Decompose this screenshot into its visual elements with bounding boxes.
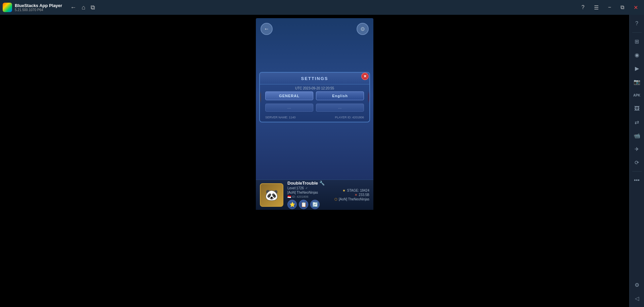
gear-icon: ⚙ [360,26,365,32]
profile-info: DoubleTrouble 🔧 Level:1726 ♂ [AoN] TheNe… [287,181,330,209]
right-sidebar: ? ⊞ ◉ ▶ 📷 APK 🖼 ⇄ 📹 ✈ ⟳ ••• ⚙ ◁ [629,15,644,307]
sidebar-play-button[interactable]: ▶ [631,62,643,74]
profile-avatar: 🐼 [260,183,283,207]
profile-resource: ✕ 233.5B [355,193,369,197]
profile-buttons: ⭐ 📋 🔄 [287,200,330,209]
game-container: ← ⚙ SETTINGS UTC 2023-09-20 12:20:55 GEN… [256,18,373,210]
gender-icon: ♂ [305,186,308,190]
windows-nav-button[interactable]: ⧉ [91,4,95,11]
sidebar-divider-1 [632,32,642,33]
tool-icon: 🔧 [319,181,325,186]
sidebar-video-button[interactable]: 📹 [631,129,643,142]
help-button[interactable]: ? [578,3,588,12]
sidebar-more-button[interactable]: ••• [631,174,643,186]
settings-close-button[interactable]: ✕ [361,73,369,80]
profile-guild-icon: ⬡ [AoN] TheNeoNinjas [334,197,369,201]
player-id-label: PLAYER ID: 4201806 [335,116,364,119]
menu-button[interactable]: ☰ [591,3,602,12]
profile-stats: ★ STAGE: 18424 ✕ 233.5B ⬡ [AoN] TheNeoNi… [334,189,369,201]
settings-tabs: GENERAL English [260,91,369,104]
app-logo [3,3,12,12]
settings-panel: SETTINGS UTC 2023-09-20 12:20:55 GENERAL… [259,72,370,122]
settings-tab-general[interactable]: GENERAL [265,91,313,100]
sidebar-resize-button[interactable]: ⇄ [631,116,643,128]
app-name: BlueStacks App Player [15,3,62,8]
settings-header: SETTINGS [260,73,369,84]
sidebar-screenshot-button[interactable]: 🖼 [631,103,643,115]
back-nav-button[interactable]: ← [70,4,76,11]
profile-refresh-button[interactable]: 🔄 [310,200,320,209]
profile-guild: [AoN] TheNeoNinjas [287,191,330,194]
game-viewport: ← ⚙ SETTINGS UTC 2023-09-20 12:20:55 GEN… [0,15,629,307]
profile-notes-button[interactable]: 📋 [299,200,308,209]
settings-utc: UTC 2023-09-20 12:20:55 [260,84,369,91]
settings-footer: SERVER NAME: 1140 PLAYER ID: 4201806 [260,113,369,122]
sidebar-apk-button[interactable]: APK [631,89,643,101]
sidebar-screen-button[interactable]: ⊞ [631,35,643,47]
settings-action-area: ... ... [260,104,369,113]
sidebar-help-button[interactable]: ? [631,17,643,30]
game-settings-button[interactable]: ⚙ [357,23,369,35]
game-back-button[interactable]: ← [261,23,273,35]
sidebar-settings-bottom-button[interactable]: ⚙ [631,279,643,291]
main-area: ← ⚙ SETTINGS UTC 2023-09-20 12:20:55 GEN… [0,15,629,307]
sidebar-record-button[interactable]: ◉ [631,49,643,61]
app-version: 5.21.500.1070 P64 [15,8,62,12]
close-button[interactable]: ✕ [630,3,641,12]
settings-tab-language[interactable]: English [316,91,364,100]
profile-level: Level:1726 ♂ [287,186,330,190]
right-arrow-decoration [369,92,370,102]
settings-title: SETTINGS [301,76,328,81]
settings-btn-left[interactable]: ... [265,104,313,112]
maximize-button[interactable]: ⧉ [617,3,628,12]
left-arrow-decoration [259,92,260,102]
profile-stage: ★ STAGE: 18424 [342,189,369,192]
profile-star-button[interactable]: ⭐ [287,200,297,209]
title-nav: ← ⌂ ⧉ [70,4,95,11]
sidebar-airplane-button[interactable]: ✈ [631,143,643,155]
profile-name: DoubleTrouble 🔧 [287,181,330,186]
profile-id: 🇮🇩 ID: 4201806 [287,195,330,198]
window-controls: ? ☰ − ⧉ ✕ [578,3,641,12]
back-icon: ← [264,26,269,32]
sidebar-sync-button[interactable]: ⟳ [631,156,643,168]
minimize-button[interactable]: − [605,3,614,12]
app-info: BlueStacks App Player 5.21.500.1070 P64 [15,3,62,12]
title-bar: BlueStacks App Player 5.21.500.1070 P64 … [0,0,644,15]
sidebar-camera-button[interactable]: 📷 [631,76,643,88]
sidebar-collapse-button[interactable]: ◁ [631,292,643,304]
settings-btn-right[interactable]: ... [316,104,364,112]
home-nav-button[interactable]: ⌂ [82,4,85,11]
server-name-label: SERVER NAME: 1140 [265,116,295,119]
profile-area: 🐼 DoubleTrouble 🔧 Level:1726 ♂ [AoN] The… [256,180,373,210]
sidebar-divider-2 [632,171,642,171]
